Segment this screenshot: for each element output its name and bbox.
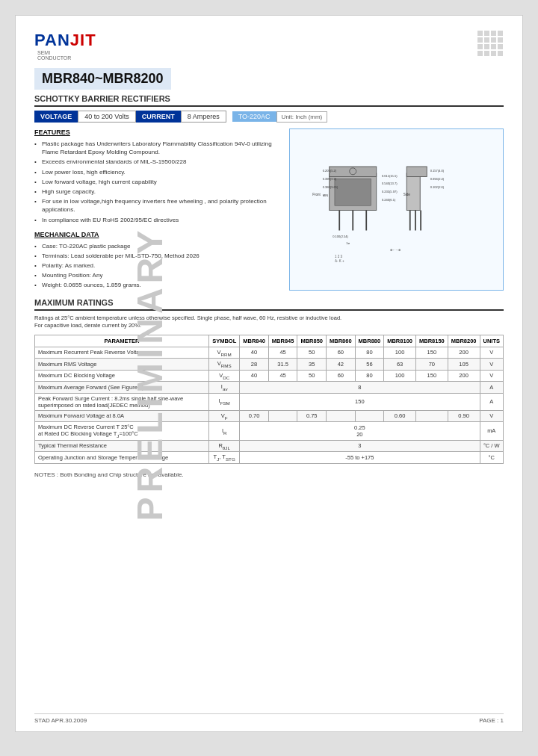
voltage-label-badge: VOLTAGE <box>34 111 78 123</box>
svg-text:Side: Side <box>403 193 410 196</box>
features-column: FEATURES Plastic package has Underwriter… <box>34 128 282 291</box>
val-cell: 100 <box>384 347 416 359</box>
svg-text:0.240(6.1): 0.240(6.1) <box>381 198 395 202</box>
svg-text:0.390(9.9): 0.390(9.9) <box>322 177 336 181</box>
val-cell: 0.60 <box>384 410 416 422</box>
param-cell: Maximum Recurrent Peak Reverse Voltage <box>35 347 209 359</box>
feature-item: Low power loss, high efficiency. <box>34 167 282 177</box>
logo: PANJIT SEMICONDUCTOR <box>34 31 96 61</box>
param-cell: Operating Junction and Storage Temperatu… <box>35 452 209 464</box>
feature-item: For use in low voltage,high frequency in… <box>34 196 282 214</box>
mech-header: MECHANICAL DATA <box>34 231 282 238</box>
val-cell: 35 <box>297 359 327 371</box>
col-symbol: SYMBOL <box>209 335 240 347</box>
table-row: Operating Junction and Storage Temperatu… <box>35 452 504 464</box>
spec-badges: VOLTAGE 40 to 200 Volts CURRENT 8 Ampere… <box>34 111 504 123</box>
val-cell: 45 <box>268 370 297 382</box>
mech-item: Terminals: Lead solderable per MIL-STD-7… <box>34 251 282 261</box>
svg-text:Front: Front <box>312 193 321 196</box>
col-mbr8150: MBR8150 <box>415 335 448 347</box>
feature-item: High surge capacity. <box>34 187 282 196</box>
svg-text:0.094(2.4): 0.094(2.4) <box>430 177 444 181</box>
val-cell: 80 <box>355 370 384 382</box>
mech-item: Case: TO-220AC plastic package <box>34 241 282 251</box>
col-mbr880: MBR880 <box>355 335 384 347</box>
val-cell: 60 <box>327 370 356 382</box>
table-row: Typical Thermal Resistance RθJL 3 °C / W <box>35 440 504 452</box>
val-cell: 0.70 <box>240 410 269 422</box>
unit-cell: V <box>480 370 504 382</box>
symbol-cell: RθJL <box>209 440 240 452</box>
part-subtitle: SCHOTTKY BARRIER RECTIFIERS <box>34 94 504 107</box>
part-number: MBR840~MBR8200 <box>34 68 171 90</box>
svg-rect-8 <box>406 167 427 177</box>
val-cell <box>415 410 448 422</box>
col-parameter: PARAMETER <box>35 335 209 347</box>
svg-text:1 2 3: 1 2 3 <box>334 255 342 258</box>
to220-diagram-svg: Front Side 0.205(5.2) 0.390(9.9) 0.380(9… <box>294 133 499 267</box>
svg-rect-1 <box>334 179 371 205</box>
val-cell: 80 <box>355 347 384 359</box>
val-cell: 100 <box>384 370 416 382</box>
param-cell: Maximum DC Blocking Voltage <box>35 370 209 382</box>
footer-right: PAGE : 1 <box>479 717 504 724</box>
max-ratings-header: MAXIMUM RATINGS <box>34 298 504 311</box>
svg-text:0.205(5.2): 0.205(5.2) <box>322 169 336 173</box>
val-cell: 50 <box>297 347 327 359</box>
svg-text:1ø: 1ø <box>346 241 350 245</box>
svg-rect-7 <box>406 173 420 211</box>
svg-text:0.100(2.54): 0.100(2.54) <box>333 235 348 238</box>
val-cell: 63 <box>384 359 416 371</box>
features-header: FEATURES <box>34 128 282 136</box>
ratings-table: PARAMETER SYMBOL MBR840 MBR845 MBR850 MB… <box>34 335 504 464</box>
unit-cell: A <box>480 393 504 410</box>
symbol-cell: IR <box>209 422 240 441</box>
col-mbr850: MBR850 <box>297 335 327 347</box>
val-cell: 150 <box>415 347 448 359</box>
current-value-badge: 8 Amperes <box>181 111 226 123</box>
symbol-cell: VF <box>209 410 240 422</box>
features-diagram-row: FEATURES Plastic package has Underwriter… <box>34 128 504 291</box>
val-cell: 56 <box>355 359 384 371</box>
unit-cell: V <box>480 410 504 422</box>
val-cell: 200 <box>448 370 480 382</box>
val-cell <box>355 410 384 422</box>
ratings-note: Ratings at 25°C ambient temperature unle… <box>34 315 504 330</box>
unit-cell: °C <box>480 452 504 464</box>
val-cell: 0.75 <box>297 410 327 422</box>
feature-item: Plastic package has Underwriters Laborat… <box>34 139 282 157</box>
max-ratings-section: MAXIMUM RATINGS Ratings at 25°C ambient … <box>34 298 504 464</box>
val-cell: 42 <box>327 359 356 371</box>
param-cell: Typical Thermal Resistance <box>35 440 209 452</box>
voltage-value-badge: 40 to 200 Volts <box>78 111 136 123</box>
symbol-cell: VRRM <box>209 347 240 359</box>
svg-text:0.380(9.65): 0.380(9.65) <box>322 185 338 189</box>
table-row: Peak Forward Surge Current : 8.2ms singl… <box>35 393 504 410</box>
svg-text:0.102(2.6): 0.102(2.6) <box>430 185 444 189</box>
val-cell: 50 <box>297 370 327 382</box>
mech-item: Polarity: As marked. <box>34 261 282 270</box>
feature-item: Exceeds environmental standards of MIL-S… <box>34 157 282 167</box>
footer-left: STAD APR.30.2009 <box>34 717 87 724</box>
param-cell: Maximum RMS Voltage <box>35 359 209 371</box>
svg-text:0.540(13.7): 0.540(13.7) <box>381 182 397 185</box>
val-cell <box>327 410 356 422</box>
svg-text:0.157(4.0): 0.157(4.0) <box>430 169 444 173</box>
val-cell: 31.5 <box>268 359 297 371</box>
unit-cell: V <box>480 359 504 371</box>
param-cell: Maximum Average Forward (See Figure 1) <box>35 382 209 394</box>
col-mbr8100: MBR8100 <box>384 335 416 347</box>
page-footer: STAD APR.30.2009 PAGE : 1 <box>34 713 504 724</box>
table-row: Maximum DC Blocking Voltage VDC 40 45 50… <box>35 370 504 382</box>
symbol-cell: Iav <box>209 382 240 394</box>
symbol-cell: VRMS <box>209 359 240 371</box>
val-cell: 40 <box>240 370 269 382</box>
current-label-badge: CURRENT <box>136 111 181 123</box>
val-cell-span: 8 <box>240 382 480 394</box>
val-cell-span: 150 <box>240 393 480 410</box>
val-cell-span: -55 to +175 <box>240 452 480 464</box>
col-mbr845: MBR845 <box>268 335 297 347</box>
unit-cell: mA <box>480 422 504 441</box>
val-cell: 28 <box>240 359 269 371</box>
svg-text:MIN: MIN <box>322 193 327 197</box>
